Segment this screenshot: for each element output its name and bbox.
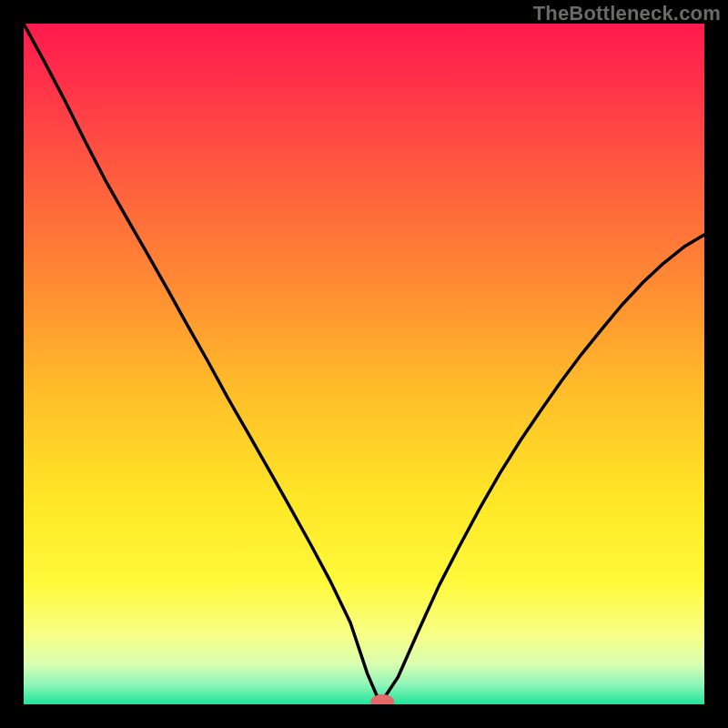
- optimal-point-marker: [370, 695, 393, 704]
- chart-frame: TheBottleneck.com: [0, 0, 728, 728]
- bottleneck-chart-svg: [24, 24, 704, 704]
- plot-area: [24, 24, 704, 704]
- watermark-text: TheBottleneck.com: [533, 2, 721, 25]
- gradient-rect: [24, 24, 704, 704]
